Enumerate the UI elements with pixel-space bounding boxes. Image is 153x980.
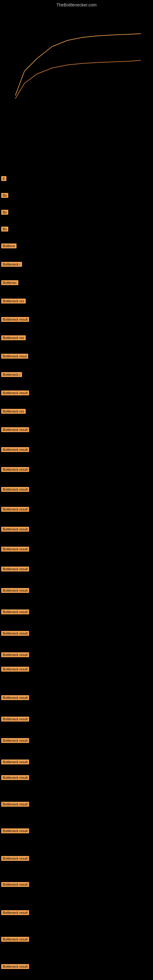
bottleneck-row-23[interactable]: Bottleneck result — [1, 588, 29, 593]
bottleneck-row-9[interactable]: Bottleneck result — [1, 317, 29, 322]
bottleneck-row-14[interactable]: Bottleneck res — [1, 409, 26, 414]
bottleneck-label-31: Bottleneck result — [1, 759, 29, 764]
bottleneck-row-13[interactable]: Bottleneck result — [1, 390, 29, 395]
bottleneck-row-22[interactable]: Bottleneck result — [1, 566, 29, 571]
bottleneck-row-26[interactable]: Bottleneck result — [1, 652, 29, 657]
bottleneck-label-13: Bottleneck result — [1, 390, 29, 395]
bottleneck-row-6[interactable]: Bottleneck r — [1, 262, 22, 267]
bottleneck-row-34[interactable]: Bottleneck result — [1, 829, 29, 833]
bottleneck-row-1[interactable]: E — [1, 176, 6, 181]
bottleneck-row-27[interactable]: Bottleneck result — [1, 667, 29, 671]
bottleneck-row-19[interactable]: Bottleneck result — [1, 507, 29, 512]
bottleneck-label-8: Bottleneck res — [1, 299, 26, 304]
bottleneck-row-18[interactable]: Bottleneck result — [1, 487, 29, 492]
bottleneck-row-33[interactable]: Bottleneck result — [1, 802, 29, 807]
bottleneck-row-36[interactable]: Bottleneck result — [1, 882, 29, 887]
bottleneck-row-25[interactable]: Bottleneck result — [1, 631, 29, 636]
bottleneck-label-2: Bo — [1, 193, 8, 198]
bottleneck-label-28: Bottleneck result — [1, 695, 29, 700]
bottleneck-label-10: Bottleneck res — [1, 335, 26, 340]
chart-svg — [6, 10, 147, 105]
bottleneck-row-37[interactable]: Bottleneck result — [1, 910, 29, 915]
bottleneck-row-12[interactable]: Bottleneck r — [1, 372, 22, 377]
bottleneck-row-20[interactable]: Bottleneck result — [1, 527, 29, 531]
bottleneck-label-1: E — [1, 176, 6, 181]
bottleneck-row-31[interactable]: Bottleneck result — [1, 759, 29, 764]
site-title: TheBottlenecker.com — [0, 0, 153, 9]
bottleneck-row-21[interactable]: Bottleneck result — [1, 547, 29, 552]
bottleneck-label-18: Bottleneck result — [1, 487, 29, 492]
bottleneck-label-22: Bottleneck result — [1, 566, 29, 571]
bottleneck-label-21: Bottleneck result — [1, 547, 29, 552]
bottleneck-row-5[interactable]: Bottlene — [1, 243, 16, 248]
bottleneck-label-38: Bottleneck result — [1, 937, 29, 942]
bottleneck-row-3[interactable]: Bo — [1, 210, 8, 215]
bottleneck-label-14: Bottleneck res — [1, 409, 26, 414]
bottleneck-row-17[interactable]: Bottleneck result — [1, 467, 29, 472]
bottleneck-label-7: Bottlenec — [1, 280, 18, 285]
bottleneck-label-5: Bottlene — [1, 243, 16, 248]
bottleneck-row-16[interactable]: Bottleneck result — [1, 447, 29, 452]
bottleneck-label-15: Bottleneck result — [1, 427, 29, 432]
bottleneck-row-8[interactable]: Bottleneck res — [1, 299, 26, 304]
bottleneck-label-27: Bottleneck result — [1, 667, 29, 671]
bottleneck-row-28[interactable]: Bottleneck result — [1, 695, 29, 700]
bottleneck-label-19: Bottleneck result — [1, 507, 29, 512]
bottleneck-row-38[interactable]: Bottleneck result — [1, 937, 29, 942]
page-wrapper: TheBottlenecker.com EBoBoBoBottleneBottl… — [0, 0, 153, 980]
bottleneck-label-26: Bottleneck result — [1, 652, 29, 657]
bottleneck-label-20: Bottleneck result — [1, 527, 29, 531]
bottleneck-label-3: Bo — [1, 210, 8, 215]
bottleneck-label-9: Bottleneck result — [1, 317, 29, 322]
bottleneck-label-25: Bottleneck result — [1, 631, 29, 636]
bottleneck-label-4: Bo — [1, 227, 8, 232]
bottleneck-row-7[interactable]: Bottlenec — [1, 280, 18, 285]
bottleneck-row-24[interactable]: Bottleneck result — [1, 609, 29, 614]
bottleneck-label-29: Bottleneck result — [1, 717, 29, 722]
bottleneck-row-39[interactable]: Bottleneck result — [1, 964, 29, 969]
bottleneck-label-34: Bottleneck result — [1, 829, 29, 833]
bottleneck-row-15[interactable]: Bottleneck result — [1, 427, 29, 432]
bottleneck-label-35: Bottleneck result — [1, 856, 29, 861]
bottleneck-label-12: Bottleneck r — [1, 372, 22, 377]
bottleneck-row-2[interactable]: Bo — [1, 193, 8, 198]
bottleneck-label-16: Bottleneck result — [1, 447, 29, 452]
bottleneck-label-24: Bottleneck result — [1, 609, 29, 614]
bottleneck-label-11: Bottleneck resul — [1, 354, 28, 359]
bottleneck-row-29[interactable]: Bottleneck result — [1, 717, 29, 722]
bottleneck-row-11[interactable]: Bottleneck resul — [1, 354, 28, 359]
bottleneck-label-6: Bottleneck r — [1, 262, 22, 267]
bottleneck-label-32: Bottleneck result — [1, 775, 29, 780]
bottleneck-label-33: Bottleneck result — [1, 802, 29, 807]
bottleneck-row-4[interactable]: Bo — [1, 227, 8, 232]
bottleneck-row-32[interactable]: Bottleneck result — [1, 775, 29, 780]
bottleneck-label-37: Bottleneck result — [1, 910, 29, 915]
chart-area — [6, 10, 147, 105]
bottleneck-label-23: Bottleneck result — [1, 588, 29, 593]
bottleneck-row-30[interactable]: Bottleneck result — [1, 738, 29, 743]
bottleneck-label-39: Bottleneck result — [1, 964, 29, 969]
bottleneck-row-10[interactable]: Bottleneck res — [1, 335, 26, 340]
bottleneck-label-30: Bottleneck result — [1, 738, 29, 743]
bottleneck-row-35[interactable]: Bottleneck result — [1, 856, 29, 861]
bottleneck-label-36: Bottleneck result — [1, 882, 29, 887]
bottleneck-label-17: Bottleneck result — [1, 467, 29, 472]
